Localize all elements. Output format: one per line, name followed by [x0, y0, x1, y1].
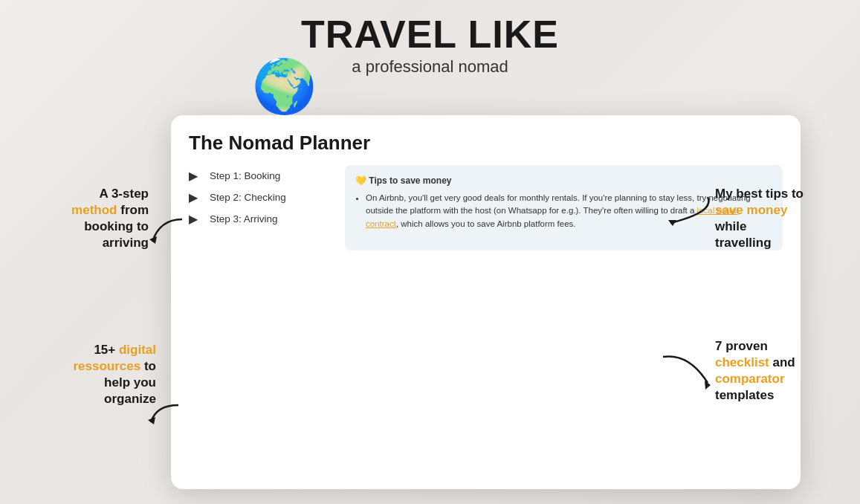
step1-icon: ▶	[189, 169, 204, 183]
step-3: ▶ Step 3: Arriving	[189, 208, 330, 230]
sub-title: a professional nomad	[301, 57, 559, 77]
app-card: The Nomad Planner ▶ Step 1: Booking ▶ St…	[171, 115, 801, 489]
page-container: TRAVEL LIKE a professional nomad 🌍 A 3-s…	[0, 0, 860, 504]
app-card-title: The Nomad Planner	[189, 132, 783, 155]
globe-icon: 🌍	[252, 56, 317, 117]
arrow-tl	[145, 216, 190, 245]
callout-bottom-right: 7 provenchecklist andcomparatortemplates	[715, 338, 853, 404]
callout-bl-highlight1: digitalressources	[73, 343, 156, 373]
callout-top-right: My best tips tosave moneywhiletravelling	[715, 186, 845, 251]
step3-label: Step 3: Arriving	[210, 213, 278, 224]
step2-label: Step 2: Checking	[210, 192, 286, 203]
arrow-bl	[145, 401, 186, 427]
title-section: TRAVEL LIKE a professional nomad	[301, 13, 559, 77]
callout-tr-highlight: save money	[715, 203, 787, 217]
callout-top-left: A 3-stepmethod frombooking toarriving	[15, 186, 149, 251]
callout-br-highlight2: comparator	[715, 372, 785, 386]
step3-icon: ▶	[189, 212, 204, 226]
callout-br-highlight1: checklist	[715, 355, 769, 369]
step-1: ▶ Step 1: Booking	[189, 165, 330, 187]
step1-label: Step 1: Booking	[210, 170, 280, 181]
arrow-br	[659, 349, 719, 394]
arrow-tr	[656, 193, 715, 230]
steps-column: ▶ Step 1: Booking ▶ Step 2: Checking ▶ S…	[189, 165, 330, 485]
tips-title: 💛 Tips to save money	[355, 174, 772, 187]
svg-marker-1	[668, 220, 676, 226]
step2-icon: ▶	[189, 190, 204, 204]
callout-tl-highlight: method	[71, 203, 117, 217]
main-title: TRAVEL LIKE	[301, 13, 559, 56]
callout-bottom-left: 15+ digitalressources tohelp youorganize	[11, 342, 156, 407]
step-2: ▶ Step 2: Checking	[189, 187, 330, 208]
